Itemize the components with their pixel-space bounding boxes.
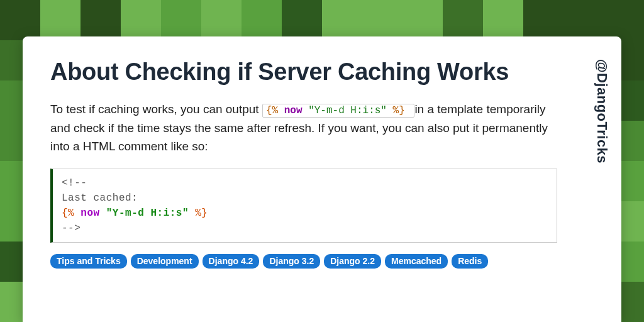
inline-code-close: %} <box>393 105 405 116</box>
code-line-2: Last cached: <box>62 192 138 204</box>
inline-code: {% now "Y-m-d H:i:s" %} <box>262 104 414 118</box>
tag[interactable]: Django 3.2 <box>263 254 320 269</box>
tag[interactable]: Memcached <box>385 254 448 269</box>
inline-code-open: {% <box>266 105 278 116</box>
code-line-4: --> <box>62 223 80 234</box>
side-column: @DjangoTricks <box>582 36 621 322</box>
code-tag-string: "Y-m-d H:i:s" <box>106 208 189 219</box>
code-line-1: <!-- <box>62 177 87 189</box>
content-card: About Checking if Server Caching Works T… <box>23 36 621 322</box>
body-pre: To test if caching works, you can output <box>50 103 262 116</box>
tag[interactable]: Django 4.2 <box>203 254 260 269</box>
main-column: About Checking if Server Caching Works T… <box>23 36 582 322</box>
code-tag-close: %} <box>195 208 208 219</box>
code-block: <!-- Last cached: {% now "Y-m-d H:i:s" %… <box>50 169 557 243</box>
code-tag-keyword: now <box>80 208 99 219</box>
tag[interactable]: Development <box>131 254 199 269</box>
code-tag-open: {% <box>62 208 74 219</box>
tag-list: Tips and TricksDevelopmentDjango 4.2Djan… <box>50 254 557 269</box>
tag[interactable]: Django 2.2 <box>324 254 381 269</box>
tag[interactable]: Tips and Tricks <box>50 254 127 269</box>
handle: @DjangoTricks <box>594 59 610 164</box>
tag[interactable]: Redis <box>452 254 488 269</box>
inline-code-keyword: now <box>284 105 303 116</box>
body-paragraph: To test if caching works, you can output… <box>50 100 557 156</box>
page-title: About Checking if Server Caching Works <box>50 58 557 86</box>
inline-code-string: "Y-m-d H:i:s" <box>308 105 387 116</box>
